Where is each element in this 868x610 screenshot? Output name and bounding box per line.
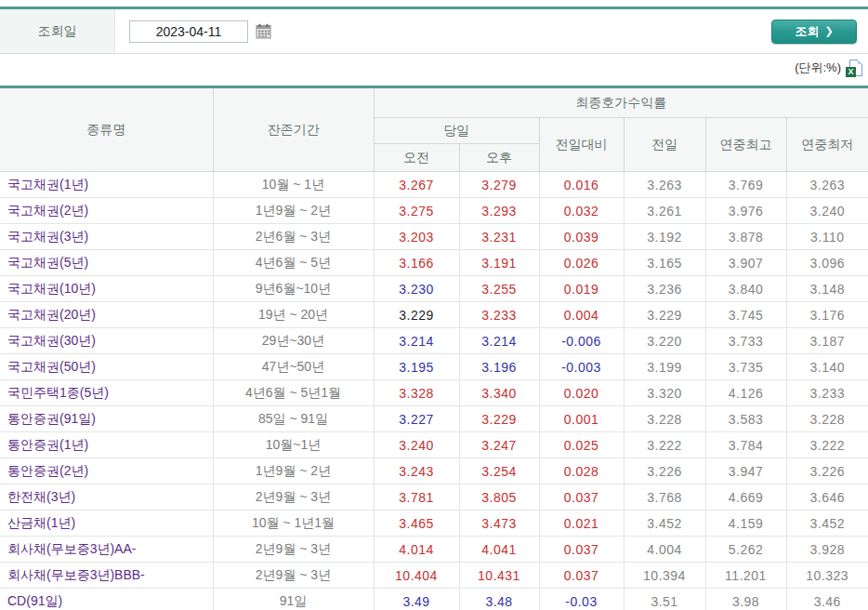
remaining-period-cell: 10월 ~ 1년 [213, 172, 374, 198]
day-change-cell: 0.028 [539, 458, 624, 484]
table-row: 국민주택1종(5년)4년6월 ~ 5년1월3.3283.3400.0203.32… [0, 380, 868, 406]
bond-name-cell: 국고채권(50년) [0, 354, 213, 380]
bond-name-cell: 국민주택1종(5년) [0, 380, 213, 406]
day-change-cell: 0.032 [539, 198, 624, 224]
am-yield-cell: 3.230 [374, 276, 459, 302]
table-row: 국고채권(20년)19년 ~ 20년3.2293.2330.0043.2293.… [0, 302, 868, 328]
year-low-cell: 3.228 [786, 406, 868, 432]
bond-name-cell: 통안증권(1년) [0, 432, 213, 458]
table-row: 국고채권(5년)4년6월 ~ 5년3.1663.1910.0263.1653.9… [0, 250, 868, 276]
remaining-period-cell: 1년9월 ~ 2년 [213, 458, 374, 484]
remaining-period-cell: 4년6월 ~ 5년1월 [213, 380, 374, 406]
pm-yield-cell: 3.279 [459, 172, 539, 198]
year-high-cell: 3.583 [705, 406, 786, 432]
pm-yield-cell: 3.214 [459, 328, 539, 354]
bond-name-cell: 국고채권(30년) [0, 328, 213, 354]
bond-name-cell: 국고채권(5년) [0, 250, 213, 276]
remaining-period-cell: 2년9월 ~ 3년 [213, 537, 374, 563]
year-low-cell: 3.140 [786, 354, 868, 380]
header-type: 종류명 [0, 87, 213, 172]
prev-day-cell: 3.226 [624, 458, 705, 484]
day-change-cell: 0.020 [539, 380, 624, 406]
table-row: 국고채권(2년)1년9월 ~ 2년3.2753.2930.0323.2613.9… [0, 198, 868, 224]
year-high-cell: 3.878 [705, 224, 786, 250]
day-change-cell: 0.016 [539, 172, 624, 198]
bond-name-cell: 국고채권(1년) [0, 172, 213, 198]
remaining-period-cell: 47년~50년 [213, 354, 374, 380]
am-yield-cell: 3.214 [374, 328, 459, 354]
day-change-cell: 0.004 [539, 302, 624, 328]
pm-yield-cell: 3.191 [459, 250, 539, 276]
year-low-cell: 3.148 [786, 276, 868, 302]
search-button-label: 조회 [795, 23, 819, 40]
bond-yield-table: 종류명 잔존기간 최종호가수익률 당일 전일대비 전일 연중최고 연중최저 오전… [0, 86, 868, 610]
pm-yield-cell: 3.196 [459, 354, 539, 380]
year-high-cell: 3.840 [705, 276, 786, 302]
table-row: 통안증권(2년)1년9월 ~ 2년3.2433.2540.0283.2263.9… [0, 458, 868, 484]
year-high-cell: 4.669 [705, 484, 786, 511]
year-low-cell: 3.646 [786, 484, 868, 511]
excel-download-icon[interactable]: X [846, 60, 862, 77]
bond-name-cell: 국고채권(10년) [0, 276, 213, 302]
header-prev-day: 전일 [624, 118, 705, 172]
year-low-cell: 3.240 [786, 198, 868, 224]
day-change-cell: 0.001 [539, 406, 624, 432]
query-input-area [115, 9, 771, 53]
pm-yield-cell: 3.805 [459, 484, 539, 511]
am-yield-cell: 3.243 [374, 458, 459, 484]
year-high-cell: 3.947 [705, 458, 786, 484]
day-change-cell: 0.037 [539, 537, 624, 563]
year-high-cell: 4.159 [705, 511, 786, 537]
header-today-group: 당일 [374, 118, 539, 144]
remaining-period-cell: 2년9월 ~ 3년 [213, 563, 374, 589]
year-low-cell: 3.928 [786, 537, 868, 563]
pm-yield-cell: 3.473 [459, 511, 539, 537]
table-row: 회사채(무보증3년)BBB-2년9월 ~ 3년10.40410.4310.037… [0, 563, 868, 589]
am-yield-cell: 3.781 [374, 484, 459, 511]
day-change-cell: 0.039 [539, 224, 624, 250]
prev-day-cell: 3.222 [624, 432, 705, 458]
prev-day-cell: 3.192 [624, 224, 705, 250]
day-change-cell: -0.003 [539, 354, 624, 380]
year-high-cell: 5.262 [705, 537, 786, 563]
prev-day-cell: 3.229 [624, 302, 705, 328]
chevron-right-icon: ❯ [824, 26, 833, 36]
am-yield-cell: 3.166 [374, 250, 459, 276]
header-year-low: 연중최저 [786, 118, 868, 172]
bond-name-cell: 국고채권(20년) [0, 302, 213, 328]
table-row: 국고채권(1년)10월 ~ 1년3.2673.2790.0163.2633.76… [0, 172, 868, 198]
remaining-period-cell: 85일 ~ 91일 [213, 406, 374, 432]
query-bar: 조회일 조회 ❯ [0, 7, 868, 54]
pm-yield-cell: 3.247 [459, 432, 539, 458]
am-yield-cell: 3.227 [374, 406, 459, 432]
year-high-cell: 3.735 [705, 354, 786, 380]
year-low-cell: 3.452 [786, 511, 868, 537]
remaining-period-cell: 1년9월 ~ 2년 [213, 198, 374, 224]
pm-yield-cell: 3.340 [459, 380, 539, 406]
year-high-cell: 3.745 [705, 302, 786, 328]
remaining-period-cell: 19년 ~ 20년 [213, 302, 374, 328]
calendar-icon[interactable] [256, 23, 271, 39]
remaining-period-cell: 2년9월 ~ 3년 [213, 484, 374, 511]
prev-day-cell: 3.261 [624, 198, 705, 224]
search-button[interactable]: 조회 ❯ [771, 20, 857, 44]
year-low-cell: 3.096 [786, 250, 868, 276]
bond-name-cell: 회사채(무보증3년)BBB- [0, 563, 213, 589]
year-low-cell: 3.263 [786, 172, 868, 198]
year-high-cell: 4.126 [705, 380, 786, 406]
pm-yield-cell: 3.229 [459, 406, 539, 432]
am-yield-cell: 3.275 [374, 198, 459, 224]
day-change-cell: -0.006 [539, 328, 624, 354]
year-high-cell: 3.976 [705, 198, 786, 224]
table-row: 통안증권(1년)10월~1년3.2403.2470.0253.2223.7843… [0, 432, 868, 458]
date-input[interactable] [129, 20, 248, 43]
pm-yield-cell: 10.431 [459, 563, 539, 589]
pm-yield-cell: 3.255 [459, 276, 539, 302]
prev-day-cell: 3.263 [624, 172, 705, 198]
remaining-period-cell: 10월~1년 [213, 432, 374, 458]
year-low-cell: 3.46 [786, 589, 868, 610]
remaining-period-cell: 91일 [213, 589, 374, 610]
pm-yield-cell: 3.231 [459, 224, 539, 250]
prev-day-cell: 3.165 [624, 250, 705, 276]
table-row: 산금채(1년)10월 ~ 1년1월3.4653.4730.0213.4524.1… [0, 511, 868, 537]
